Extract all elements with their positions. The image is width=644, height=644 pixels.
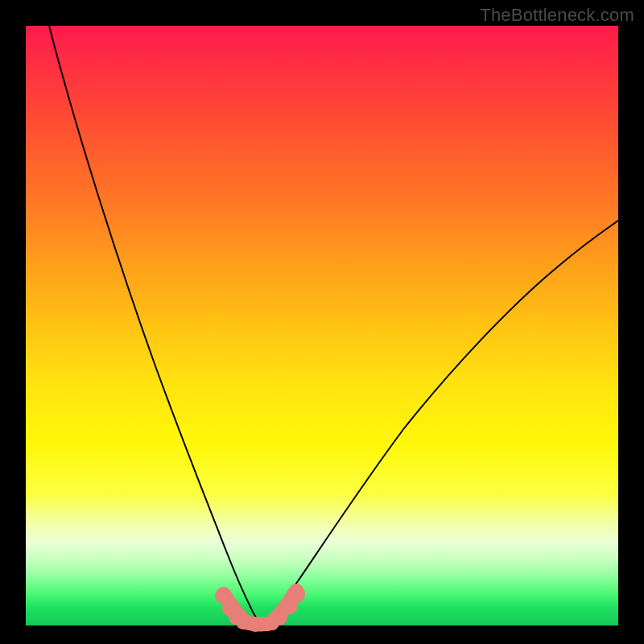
right-curve <box>261 221 618 625</box>
marker-dot <box>287 585 305 603</box>
left-curve <box>49 26 261 625</box>
chart-curves <box>26 26 618 625</box>
plot-area <box>26 26 618 625</box>
marker-dot <box>236 615 250 630</box>
watermark-text: TheBottleneck.com <box>480 5 634 26</box>
chart-frame: TheBottleneck.com <box>0 0 644 644</box>
